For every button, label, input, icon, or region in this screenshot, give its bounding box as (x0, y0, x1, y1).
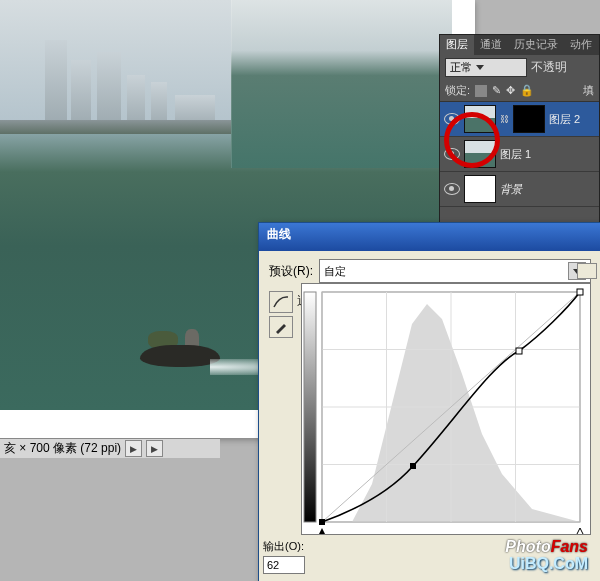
photo-buildings (45, 40, 225, 130)
tab-channels[interactable]: 通道 (474, 35, 508, 55)
watermark-text-1b: Fans (551, 538, 588, 555)
visibility-eye-icon[interactable] (444, 113, 460, 125)
curve-tool-pencil[interactable] (269, 316, 293, 338)
watermark: PhotoFans UiBQ.CoM (505, 538, 588, 573)
lock-transparent-icon[interactable] (475, 85, 487, 97)
preset-label: 预设(R): (269, 263, 313, 280)
svg-marker-18 (576, 528, 584, 534)
fill-label: 填 (583, 83, 594, 98)
layer-row-2[interactable]: ⛓ 图层 2 (440, 102, 599, 137)
visibility-eye-icon[interactable] (444, 148, 460, 160)
curves-chart[interactable] (302, 284, 590, 534)
tab-actions[interactable]: 动作 (564, 35, 598, 55)
layer-mask-thumbnail[interactable] (513, 105, 545, 133)
layer-thumbnail[interactable] (464, 140, 496, 168)
tab-layers[interactable]: 图层 (440, 35, 474, 55)
layer-name[interactable]: 图层 2 (549, 112, 580, 127)
layer-thumbnail[interactable] (464, 175, 496, 203)
scroll-right-end-button[interactable]: ▶ (146, 440, 163, 457)
layer-name[interactable]: 背景 (500, 182, 522, 197)
watermark-text-1a: Photo (505, 538, 550, 555)
photo-right-patch (231, 0, 452, 168)
svg-marker-17 (318, 528, 326, 534)
blend-mode-select[interactable]: 正常 (445, 58, 527, 77)
layer-row-bg[interactable]: 背景 (440, 172, 599, 207)
curve-tool-smooth[interactable] (269, 291, 293, 313)
status-text: 亥 × 700 像素 (72 ppi) (4, 440, 121, 457)
scroll-right-button[interactable]: ▶ (125, 440, 142, 457)
output-input[interactable] (263, 556, 305, 574)
move-lock-icon[interactable]: ✥ (506, 84, 515, 97)
layer-thumbnail[interactable] (464, 105, 496, 133)
visibility-eye-icon[interactable] (444, 183, 460, 195)
svg-rect-12 (319, 519, 325, 525)
layers-panel: 图层 通道 历史记录 动作 正常 不透明 锁定: ✎ ✥ 🔒 填 ⛓ 图层 2 … (439, 34, 600, 236)
preset-value: 自定 (324, 264, 346, 279)
curves-graph[interactable] (301, 283, 591, 535)
layer-name[interactable]: 图层 1 (500, 147, 531, 162)
svg-rect-13 (410, 463, 416, 469)
layer-row-1[interactable]: 图层 1 (440, 137, 599, 172)
link-icon: ⛓ (500, 114, 509, 124)
blend-mode-value: 正常 (450, 60, 472, 75)
photo-boat (130, 315, 230, 375)
svg-rect-14 (516, 348, 522, 354)
output-label: 输出(O): (263, 539, 304, 554)
opacity-label: 不透明 (531, 59, 567, 76)
svg-rect-15 (577, 289, 583, 295)
preset-menu-button[interactable] (577, 263, 597, 279)
dialog-titlebar[interactable]: 曲线 (259, 223, 600, 251)
document-status-bar: 亥 × 700 像素 (72 ppi) ▶ ▶ (0, 438, 220, 458)
watermark-text-2: UiBQ.CoM (505, 555, 588, 573)
chevron-down-icon (476, 65, 484, 70)
tab-history[interactable]: 历史记录 (508, 35, 564, 55)
panel-tabs: 图层 通道 历史记录 动作 (440, 35, 599, 55)
svg-rect-16 (304, 292, 316, 522)
lock-all-icon[interactable]: 🔒 (520, 84, 534, 97)
lock-label: 锁定: (445, 83, 470, 98)
preset-select[interactable]: 自定 (319, 259, 591, 283)
brush-icon[interactable]: ✎ (492, 84, 501, 97)
curves-dialog: 曲线 预设(R): 自定 通道(C): RGB (258, 222, 600, 581)
